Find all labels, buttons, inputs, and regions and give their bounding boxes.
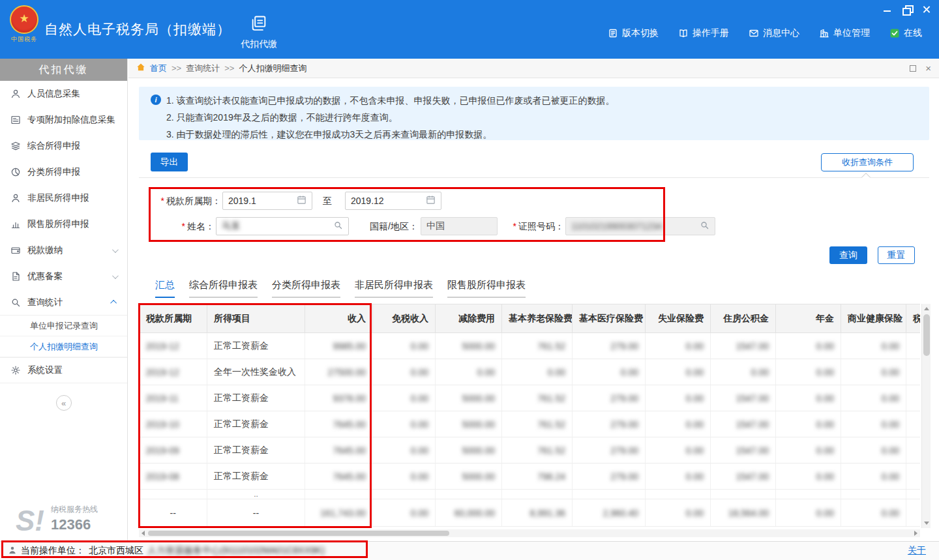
sidebar-item-tax-payment[interactable]: 税款缴纳 bbox=[0, 237, 127, 263]
tab-2[interactable]: 分类所得申报表 bbox=[272, 279, 340, 298]
scroll-up-icon[interactable] bbox=[924, 307, 929, 310]
query-button[interactable]: 查询 bbox=[829, 246, 867, 264]
tabs: 汇总综合所得申报表分类所得申报表非居民所得申报表限售股所得申报表 bbox=[155, 279, 526, 298]
export-button[interactable]: 导出 bbox=[151, 153, 188, 171]
column-header[interactable]: 税 bbox=[906, 304, 921, 333]
table-cell: 正常工资薪金 bbox=[207, 437, 305, 464]
table-row[interactable]: 2019-12全年一次性奖金收入27500.000.000.000.000.00… bbox=[140, 359, 921, 385]
nav-label: 单位管理 bbox=[833, 27, 870, 39]
hotline-label: 纳税服务热线 bbox=[51, 504, 98, 515]
user-icon bbox=[8, 546, 17, 557]
vscroll-thumb[interactable] bbox=[923, 314, 930, 356]
sidebar-item-preferential-filing[interactable]: 优惠备案 bbox=[0, 263, 127, 289]
period-label: 税款所属期： bbox=[144, 196, 221, 207]
notice-line: 2. 只能查询2019年及之后的数据，不能进行跨年度查询。 bbox=[166, 109, 615, 126]
sidebar-subitem-unit-declare-record-query[interactable]: 单位申报记录查询 bbox=[0, 316, 127, 336]
collapse-filter-button[interactable]: 收折查询条件 bbox=[821, 153, 914, 171]
nav-unit-management[interactable]: 单位管理 bbox=[819, 27, 870, 39]
calendar-icon[interactable] bbox=[297, 195, 306, 207]
vertical-scrollbar[interactable] bbox=[921, 304, 931, 528]
period-from-input[interactable]: 2019.1 bbox=[222, 192, 312, 210]
tab-0[interactable]: 汇总 bbox=[155, 279, 175, 298]
table-cell: 正常工资薪金 bbox=[207, 333, 305, 359]
sidebar-item-personnel-info[interactable]: 人员信息采集 bbox=[0, 81, 127, 107]
about-link[interactable]: 关于 bbox=[908, 545, 931, 557]
panel-close-icon[interactable] bbox=[925, 65, 931, 72]
sidebar-item-label: 综合所得申报 bbox=[27, 140, 80, 152]
nav-online[interactable]: 在线 bbox=[889, 27, 922, 39]
column-header[interactable]: 住房公积金 bbox=[711, 304, 776, 333]
column-header[interactable]: 免税收入 bbox=[373, 304, 436, 333]
table-row[interactable]: 2019-11正常工资薪金9378.000.005000.00761.52279… bbox=[140, 385, 921, 411]
sidebar-item-classified-income[interactable]: 分类所得申报 bbox=[0, 159, 127, 185]
table-cell: 798.24 bbox=[502, 464, 573, 490]
table-cell: 1547.00 bbox=[711, 333, 776, 359]
panel-maximize-icon[interactable] bbox=[910, 65, 916, 72]
horizontal-scrollbar[interactable] bbox=[139, 529, 920, 537]
table-row[interactable]: 2019-09正常工资薪金7645.000.005000.00761.52279… bbox=[140, 437, 921, 464]
layers-icon bbox=[10, 141, 21, 151]
id-number-input[interactable]: 110102199003071234 bbox=[565, 217, 715, 235]
nav-manual[interactable]: 操作手册 bbox=[678, 27, 729, 39]
search-icon[interactable] bbox=[700, 220, 709, 232]
module-tab-withholding[interactable]: 代扣代缴 bbox=[230, 8, 288, 55]
table-cell: 0.00 bbox=[776, 499, 841, 527]
reset-button[interactable]: 重置 bbox=[878, 246, 915, 264]
column-header[interactable]: 减除费用 bbox=[436, 304, 502, 333]
column-header[interactable]: 所得项目 bbox=[207, 304, 305, 333]
calendar-icon[interactable] bbox=[426, 195, 436, 207]
table-cell: 0.00 bbox=[776, 437, 841, 464]
hotline-number: 12366 bbox=[51, 516, 98, 533]
name-input[interactable]: 马某 bbox=[216, 217, 349, 235]
table-cell: 0.00 bbox=[776, 333, 841, 359]
sidebar-item-system-settings[interactable]: 系统设置 bbox=[0, 357, 127, 383]
scroll-down-icon[interactable] bbox=[924, 522, 929, 525]
breadcrumb-home[interactable]: 首页 bbox=[150, 63, 167, 74]
minimize-button[interactable] bbox=[883, 5, 892, 14]
table-cell: 2019-08 bbox=[140, 464, 207, 490]
tab-4[interactable]: 限售股所得申报表 bbox=[447, 279, 526, 298]
search-icon[interactable] bbox=[333, 220, 343, 232]
column-header[interactable]: 基本医疗保险费 bbox=[573, 304, 646, 333]
scroll-right-icon[interactable] bbox=[914, 531, 917, 536]
table-row[interactable]: 2019-12正常工资薪金9985.000.005000.00761.52279… bbox=[140, 333, 921, 359]
hotline: 纳税服务热线 12366 bbox=[0, 504, 127, 533]
sidebar-item-comprehensive-income[interactable]: 综合所得申报 bbox=[0, 133, 127, 159]
sidebar-collapse-button[interactable] bbox=[56, 395, 72, 411]
table-row[interactable]: 2019-08正常工资薪金7645.000.005000.00798.24279… bbox=[140, 464, 921, 490]
table-row[interactable]: 2019-10正常工资薪金7645.000.005000.00761.52279… bbox=[140, 411, 921, 437]
period-to-input[interactable]: 2019.12 bbox=[345, 192, 441, 210]
scroll-left-icon[interactable] bbox=[142, 531, 145, 536]
column-header[interactable]: 年金 bbox=[776, 304, 841, 333]
table-totals-row[interactable]: ----161,743.000.0060,000.008,991.362,960… bbox=[140, 499, 921, 527]
nav-version-switch[interactable]: 版本切换 bbox=[608, 27, 659, 39]
column-header[interactable]: 收入 bbox=[305, 304, 373, 333]
table-ellipsis-row[interactable]: .. bbox=[140, 490, 921, 499]
column-header[interactable]: 税款所属期 bbox=[140, 304, 207, 333]
restore-button[interactable] bbox=[902, 5, 912, 14]
nationality-input[interactable]: 中国 bbox=[421, 217, 498, 235]
sidebar-item-restricted-shares-income[interactable]: 限售股所得申报 bbox=[0, 211, 127, 237]
sidebar-item-special-deduction-info[interactable]: 专项附加扣除信息采集 bbox=[0, 107, 127, 133]
sidebar-item-query-statistics[interactable]: 查询统计 bbox=[0, 289, 127, 316]
column-header[interactable]: 基本养老保险费 bbox=[502, 304, 573, 333]
close-button[interactable] bbox=[922, 5, 931, 14]
breadcrumb-item[interactable]: 查询统计 bbox=[186, 63, 220, 74]
tab-3[interactable]: 非居民所得申报表 bbox=[355, 279, 433, 298]
table-cell: 161,743.00 bbox=[305, 499, 373, 527]
table-cell: 761.52 bbox=[502, 437, 573, 464]
results-table: 税款所属期所得项目收入免税收入减除费用基本养老保险费基本医疗保险费失业保险费住房… bbox=[139, 304, 920, 527]
column-header[interactable]: 商业健康保险 bbox=[841, 304, 906, 333]
tab-1[interactable]: 综合所得申报表 bbox=[189, 279, 258, 298]
hscroll-thumb[interactable] bbox=[148, 531, 449, 536]
table-cell: -- bbox=[140, 499, 207, 527]
id-number-label: 证照号码： bbox=[508, 221, 564, 233]
online-check-icon bbox=[889, 28, 900, 38]
sidebar-subitem-personal-withholding-detail-query[interactable]: 个人扣缴明细查询 bbox=[0, 336, 127, 357]
nav-message-center[interactable]: 消息中心 bbox=[749, 27, 799, 39]
column-header[interactable]: 失业保险费 bbox=[646, 304, 711, 333]
table-cell: 7645.00 bbox=[305, 411, 373, 437]
table-cell: 9985.00 bbox=[305, 333, 373, 359]
sidebar-item-nonresident-income[interactable]: 非居民所得申报 bbox=[0, 185, 127, 211]
table-cell: 0.00 bbox=[646, 333, 711, 359]
